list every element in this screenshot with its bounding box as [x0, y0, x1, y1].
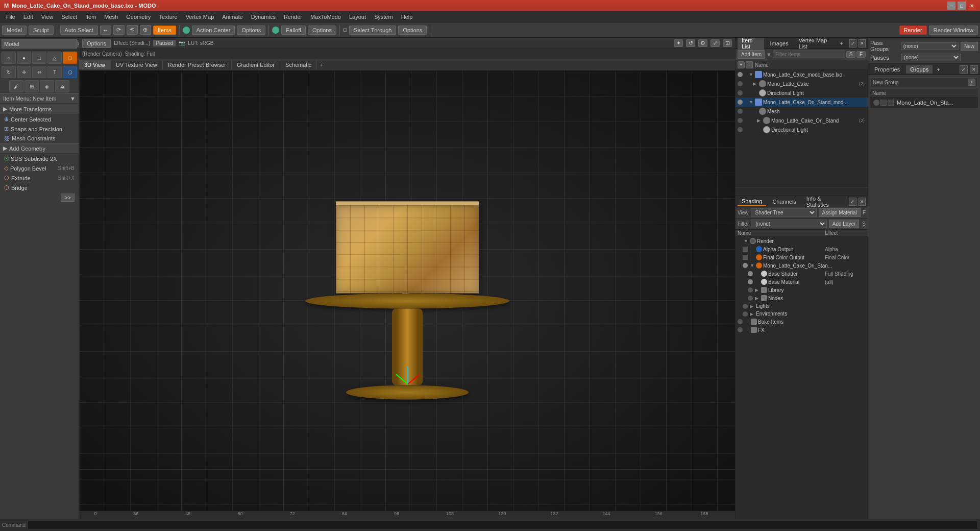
add-item-btn[interactable]: Add Item: [738, 50, 765, 59]
tab-render-preset[interactable]: Render Preset Browser: [163, 60, 232, 69]
shader-lights[interactable]: ▶ Lights: [736, 302, 868, 310]
tree-item-light-2[interactable]: ▶ Directional Light: [736, 125, 868, 134]
shader-base-shader[interactable]: ▶ Base Shader Full Shading: [736, 270, 868, 278]
vis-dot-r5[interactable]: [748, 271, 753, 276]
group-item-1[interactable]: Mono_Latte_On_Sta...: [870, 98, 978, 108]
group-lock-1[interactable]: [880, 100, 887, 106]
tab-gradient-editor[interactable]: Gradient Editor: [232, 60, 280, 69]
toolbar-action-center-btn[interactable]: Action Center: [192, 26, 235, 35]
vis-dot-7[interactable]: [738, 127, 743, 132]
tool-cube[interactable]: □: [32, 52, 46, 64]
toolbar-transform-1[interactable]: ↔: [100, 26, 111, 35]
vis-dot-r11[interactable]: [738, 319, 743, 324]
tool-sphere[interactable]: ●: [17, 52, 31, 64]
add-geometry-header[interactable]: ▶ Add Geometry: [0, 143, 79, 154]
toolbar-options-1-btn[interactable]: Options: [237, 26, 265, 35]
add-layer-btn[interactable]: Add Layer: [829, 220, 860, 228]
tree-item-scene-2[interactable]: ▼ Mono_Latte_Cake_On_Stand_mod...: [736, 98, 868, 107]
tool-mountain[interactable]: ⛰: [55, 80, 69, 92]
tree-item-mesh-1[interactable]: ▶ Mono_Latte_Cake (2): [736, 79, 868, 88]
more-btn[interactable]: >>: [0, 192, 79, 203]
panel-close-btn[interactable]: ✕: [859, 39, 866, 47]
menu-maxtoModo[interactable]: MaxToModo: [306, 13, 345, 21]
tab-shading[interactable]: Shading: [738, 197, 766, 206]
toolbar-options-2-btn[interactable]: Options: [308, 26, 336, 35]
toolbar-render-window-btn[interactable]: Render Window: [929, 26, 978, 35]
group-extra-1[interactable]: [888, 100, 894, 106]
shader-bake-items[interactable]: ▶ Bake Items: [736, 318, 868, 326]
shader-alpha[interactable]: ▶ Alpha Output Alpha: [736, 245, 868, 253]
tool-cone[interactable]: △: [47, 52, 62, 64]
prop-close-btn[interactable]: ✕: [970, 65, 978, 74]
tree-expand-2[interactable]: ▶: [753, 81, 758, 86]
tool-move[interactable]: ✛: [17, 66, 31, 78]
tab-channels[interactable]: Channels: [768, 198, 800, 206]
toolbar-falloff-btn[interactable]: Falloff: [281, 26, 306, 35]
shader-environments[interactable]: ▶ Environments: [736, 310, 868, 318]
tool-extra-2[interactable]: ⬡: [63, 66, 77, 78]
tab-groups[interactable]: Groups: [906, 65, 933, 74]
assign-material-btn[interactable]: Assign Material: [819, 208, 861, 217]
filter-select[interactable]: (none): [751, 220, 827, 228]
shading-close-btn[interactable]: ✕: [859, 198, 866, 206]
filter-s-btn[interactable]: S: [846, 51, 855, 58]
menu-file[interactable]: File: [2, 13, 19, 21]
vis-dot-r3[interactable]: [743, 255, 748, 260]
new-pass-group-btn[interactable]: New: [961, 42, 978, 51]
shader-library[interactable]: ▶ Library: [736, 286, 868, 294]
tree-expand-6[interactable]: ▶: [757, 118, 762, 123]
menu-texture[interactable]: Texture: [155, 13, 182, 21]
prop-expand-btn[interactable]: ⤢: [960, 65, 968, 74]
sh-expand-4[interactable]: ▼: [750, 263, 755, 268]
menu-vertex-map[interactable]: Vertex Map: [182, 13, 218, 21]
vis-dot-r8[interactable]: [748, 296, 753, 301]
pass-groups-select[interactable]: (none): [901, 42, 959, 50]
menu-select[interactable]: Select: [57, 13, 81, 21]
menu-layout[interactable]: Layout: [345, 13, 370, 21]
tab-schematic[interactable]: Schematic: [280, 60, 317, 69]
vis-dot-r9[interactable]: [743, 304, 748, 309]
shader-finalcolor[interactable]: ▶ Final Color Output Final Color: [736, 253, 868, 261]
tree-item-mesh-2[interactable]: ▶ Mesh: [736, 107, 868, 116]
sds-subdivide-item[interactable]: ⊡ SDS Subdivide 2X: [0, 154, 79, 163]
vis-dot-r6[interactable]: [748, 279, 753, 284]
tree-item-light-1[interactable]: ▶ Directional Light: [736, 88, 868, 98]
more-transforms-header[interactable]: ▶ More Transforms: [0, 104, 79, 114]
tab-item-list[interactable]: Item List: [738, 38, 764, 51]
vp-icon-1[interactable]: ✦: [674, 39, 683, 47]
tree-item-mesh-3[interactable]: ▶ Mono_Latte_Cake_On_Stand (2): [736, 116, 868, 125]
tool-grid[interactable]: ⊞: [24, 80, 39, 92]
toolbar-autoselect-btn[interactable]: Auto Select: [60, 26, 98, 35]
sh-expand-8[interactable]: ▶: [755, 296, 760, 301]
menu-view[interactable]: View: [37, 13, 58, 21]
filter-items-input[interactable]: [773, 51, 845, 58]
vp-icon-2[interactable]: ↺: [686, 39, 695, 47]
shader-fx[interactable]: ▶ FX: [736, 326, 868, 334]
filter-f-btn[interactable]: F: [856, 51, 866, 58]
tool-text[interactable]: T: [47, 66, 62, 78]
shader-nodes[interactable]: ▶ Nodes: [736, 294, 868, 302]
tab-properties[interactable]: Properties: [870, 65, 904, 74]
toolbar-items-btn[interactable]: Items: [153, 26, 176, 35]
vis-dot-1[interactable]: [738, 72, 743, 77]
menu-mesh[interactable]: Mesh: [100, 13, 122, 21]
minimize-button[interactable]: ─: [947, 2, 955, 10]
left-search-input[interactable]: Model: [2, 39, 77, 49]
toolbar-model-btn[interactable]: Model: [2, 26, 27, 35]
vis-dot-r7[interactable]: [748, 287, 753, 293]
vis-add-btn[interactable]: +: [738, 61, 745, 68]
toolbar-select-through-btn[interactable]: Select Through: [349, 26, 396, 35]
tab-add-panel[interactable]: +: [838, 39, 845, 47]
menu-dynamics[interactable]: Dynamics: [247, 13, 280, 21]
tool-extra-1[interactable]: ⬡: [63, 52, 77, 64]
toolbar-sculpt-btn[interactable]: Sculpt: [29, 26, 54, 35]
vis-remove-btn[interactable]: -: [746, 61, 753, 68]
close-button[interactable]: ✕: [968, 2, 976, 10]
vis-dot-r2[interactable]: [743, 247, 748, 252]
tree-item-scene-root[interactable]: ▼ Mono_Latte_Cake_modo_base.lxo: [736, 70, 868, 79]
vis-dot-5[interactable]: [738, 109, 743, 114]
vp-icon-4[interactable]: ⤢: [710, 39, 720, 47]
snaps-precision-item[interactable]: ⊞ Snaps and Precision: [0, 124, 79, 134]
viewport-options-btn[interactable]: Options: [82, 39, 111, 48]
sh-expand-10[interactable]: ▶: [750, 311, 755, 317]
